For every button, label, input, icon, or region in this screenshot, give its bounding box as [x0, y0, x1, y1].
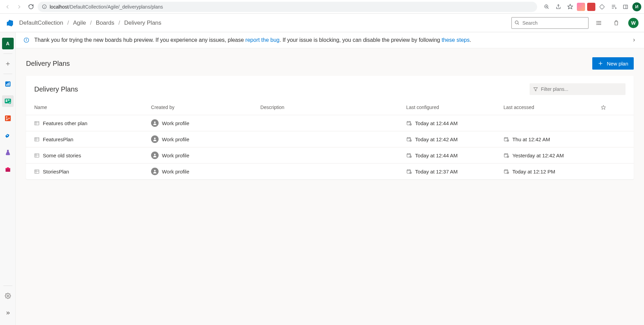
report-bug-link[interactable]: report the bug — [245, 37, 280, 43]
nav-artifacts[interactable] — [2, 164, 14, 176]
expand-button[interactable] — [2, 307, 14, 319]
these-steps-link[interactable]: these steps — [442, 37, 470, 43]
settings-button[interactable] — [2, 290, 14, 302]
info-icon — [42, 4, 47, 9]
new-plan-button[interactable]: New plan — [592, 57, 634, 70]
created-by: Work profile — [162, 153, 189, 158]
svg-rect-12 — [623, 5, 628, 9]
extension-icon[interactable] — [577, 3, 585, 11]
plan-name: FeaturesPlan — [43, 136, 73, 142]
person-avatar-icon — [151, 119, 159, 127]
shopping-bag-icon[interactable] — [610, 16, 623, 29]
table-row[interactable]: Some old storiesWork profileToday at 12:… — [26, 147, 634, 164]
playlist-icon[interactable] — [609, 2, 619, 12]
search-input[interactable] — [522, 20, 585, 26]
left-nav-rail: A — [0, 32, 16, 325]
svg-marker-49 — [601, 105, 606, 109]
forward-button[interactable] — [14, 2, 24, 12]
table-row[interactable]: Features other planWork profileToday at … — [26, 115, 634, 131]
nav-testplans[interactable] — [2, 147, 14, 158]
add-button[interactable] — [2, 58, 14, 70]
svg-rect-77 — [407, 154, 411, 157]
panel-icon[interactable] — [621, 2, 630, 12]
svg-rect-41 — [7, 167, 9, 168]
banner-next-icon[interactable] — [628, 38, 636, 43]
banner-text: Thank you for trying the new boards hub … — [34, 37, 471, 43]
breadcrumb-item[interactable]: Boards — [96, 20, 114, 26]
svg-point-34 — [6, 116, 7, 117]
share-icon[interactable] — [554, 2, 563, 12]
svg-rect-73 — [35, 154, 39, 157]
calendar-icon — [406, 120, 412, 126]
table-row[interactable]: FeaturesPlanWork profileToday at 12:42 A… — [26, 131, 634, 147]
svg-rect-54 — [407, 121, 411, 125]
svg-rect-30 — [5, 101, 7, 102]
last-accessed: Today at 12:12 PM — [512, 169, 555, 174]
svg-point-14 — [515, 21, 518, 24]
svg-rect-27 — [9, 82, 10, 86]
extensions-icon[interactable] — [597, 2, 607, 12]
plus-icon — [598, 61, 603, 66]
breadcrumb-item[interactable]: DefaultCollection — [19, 20, 63, 26]
created-by: Work profile — [162, 169, 189, 174]
nav-pipelines[interactable] — [2, 130, 14, 141]
svg-point-76 — [154, 154, 156, 155]
last-accessed: Thu at 12:42 AM — [512, 136, 550, 142]
reload-button[interactable] — [26, 2, 36, 12]
last-configured: Today at 12:44 AM — [415, 120, 458, 126]
svg-rect-96 — [504, 170, 508, 173]
main-content: Thank you for trying the new boards hub … — [16, 32, 644, 325]
extension-icon[interactable] — [587, 3, 595, 11]
plans-card: Delivery Plans Name Created by Descripti… — [26, 76, 634, 179]
table-row[interactable]: StoriesPlanWork profileToday at 12:37 AM… — [26, 164, 634, 180]
address-bar[interactable]: localhost/DefaultCollection/Agile/_deliv… — [38, 2, 537, 12]
calendar-icon — [406, 136, 412, 142]
plan-icon — [34, 121, 39, 125]
profile-avatar[interactable]: И — [632, 2, 641, 11]
col-last-configured[interactable]: Last configured — [403, 100, 500, 115]
col-name[interactable]: Name — [26, 100, 148, 115]
project-tile[interactable]: A — [2, 38, 14, 49]
plan-icon — [34, 137, 39, 142]
col-last-accessed[interactable]: Last accessed — [500, 100, 597, 115]
list-icon[interactable] — [593, 16, 606, 29]
zoom-icon[interactable] — [542, 2, 552, 12]
nav-boards[interactable] — [2, 95, 14, 107]
search-box[interactable] — [511, 17, 589, 29]
bookmark-icon[interactable] — [565, 2, 575, 12]
nav-repos[interactable] — [2, 112, 14, 124]
browser-toolbar: localhost/DefaultCollection/Agile/_deliv… — [0, 0, 644, 14]
user-avatar[interactable]: W — [628, 18, 639, 28]
back-button[interactable] — [3, 2, 12, 12]
nav-overview[interactable] — [2, 78, 14, 90]
col-description[interactable]: Description — [257, 100, 403, 115]
svg-rect-87 — [35, 170, 39, 173]
search-icon — [515, 20, 520, 25]
table-header-row: Name Created by Description Last configu… — [26, 100, 634, 115]
star-icon — [601, 105, 606, 110]
svg-rect-91 — [407, 170, 411, 173]
svg-point-90 — [154, 170, 156, 171]
svg-rect-31 — [8, 99, 10, 100]
breadcrumb-item[interactable]: Delivery Plans — [124, 20, 161, 26]
last-accessed: Yesterday at 12:42 AM — [512, 153, 564, 158]
filter-box[interactable] — [530, 83, 626, 95]
person-avatar-icon — [151, 168, 159, 175]
card-title: Delivery Plans — [34, 85, 78, 93]
col-created-by[interactable]: Created by — [148, 100, 257, 115]
col-favorite[interactable] — [597, 100, 634, 115]
azure-devops-logo-icon[interactable] — [5, 18, 15, 28]
svg-rect-29 — [5, 99, 7, 100]
calendar-icon — [406, 153, 412, 158]
svg-point-35 — [6, 119, 7, 120]
new-plan-label: New plan — [607, 61, 628, 67]
svg-marker-8 — [568, 4, 572, 9]
plans-table: Name Created by Description Last configu… — [26, 100, 634, 179]
page-title: Delivery Plans — [26, 60, 70, 68]
filter-input[interactable] — [541, 86, 622, 92]
breadcrumb-item[interactable]: Agile — [73, 20, 86, 26]
svg-point-62 — [154, 137, 156, 139]
svg-point-42 — [7, 295, 9, 297]
calendar-icon — [504, 153, 509, 158]
svg-line-4 — [547, 8, 548, 9]
